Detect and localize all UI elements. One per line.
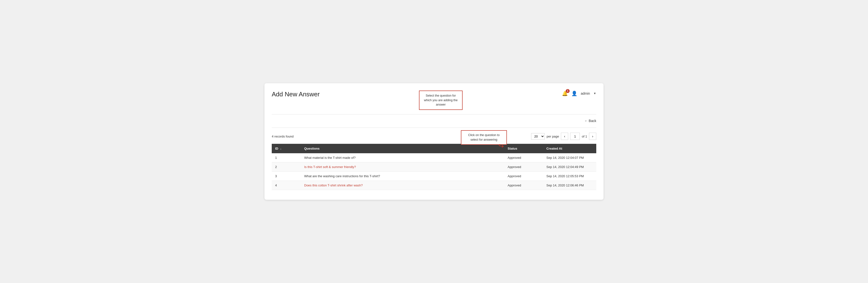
- tooltip-select-question: Select the question for which you are ad…: [419, 91, 463, 110]
- back-row: ← Back: [272, 119, 596, 123]
- question-link[interactable]: Is this T-shirt soft & summer friendly?: [304, 165, 356, 169]
- col-header-status: Status: [504, 144, 543, 153]
- records-found-label: 4 records found: [272, 135, 293, 138]
- cell-id: 3: [272, 171, 301, 181]
- cell-status: Approved: [504, 162, 543, 171]
- table-row[interactable]: 1What material is the T-shirt made of?Ap…: [272, 153, 596, 162]
- col-header-questions: Questions: [301, 144, 504, 153]
- cell-question[interactable]: What are the washing care instructions f…: [301, 171, 504, 181]
- header-right: 🔔 1 👤 admin ▼: [562, 91, 596, 96]
- cell-question[interactable]: Does this cotton T-shirt shrink after wa…: [301, 181, 504, 190]
- table-row[interactable]: 4Does this cotton T-shirt shrink after w…: [272, 181, 596, 190]
- cell-status: Approved: [504, 171, 543, 181]
- cell-created-at: Sep 14, 2020 12:06:46 PM: [543, 181, 596, 190]
- cell-status: Approved: [504, 181, 543, 190]
- col-header-created-at: Created At: [543, 144, 596, 153]
- next-page-button[interactable]: ›: [589, 133, 596, 140]
- cell-status: Approved: [504, 153, 543, 162]
- back-button[interactable]: ← Back: [584, 119, 596, 123]
- header-row: Add New Answer Select the question for w…: [272, 91, 596, 110]
- toolbar-right: Click on the question to select for answ…: [531, 133, 596, 140]
- table-header-row: ID ↓ Questions Status Created At: [272, 144, 596, 153]
- page-number-input[interactable]: [570, 133, 580, 140]
- col-header-id: ID ↓: [272, 144, 301, 153]
- notification-wrapper[interactable]: 🔔 1: [562, 91, 568, 96]
- table-body: 1What material is the T-shirt made of?Ap…: [272, 153, 596, 190]
- main-card: Add New Answer Select the question for w…: [265, 83, 603, 200]
- page-title: Add New Answer: [272, 91, 320, 98]
- cell-created-at: Sep 14, 2020 12:04:07 PM: [543, 153, 596, 162]
- admin-label: admin: [581, 92, 590, 95]
- tooltip-click-question: Click on the question to select for answ…: [461, 130, 507, 145]
- tooltip2-wrapper: Click on the question to select for answ…: [461, 130, 507, 145]
- table-row[interactable]: 2Is this T-shirt soft & summer friendly?…: [272, 162, 596, 171]
- cell-question[interactable]: What material is the T-shirt made of?: [301, 153, 504, 162]
- cell-id: 4: [272, 181, 301, 190]
- user-icon: 👤: [571, 91, 578, 96]
- notification-badge: 1: [566, 89, 569, 93]
- questions-table: ID ↓ Questions Status Created At 1What m…: [272, 144, 596, 190]
- sort-icon-id[interactable]: ↓: [280, 147, 282, 150]
- toolbar-row: 4 records found Click on the question to…: [272, 133, 596, 140]
- header-divider: [272, 114, 596, 115]
- per-page-label: per page: [547, 135, 559, 138]
- of-label: of 1: [582, 135, 587, 138]
- question-link[interactable]: Does this cotton T-shirt shrink after wa…: [304, 184, 363, 187]
- admin-dropdown-arrow[interactable]: ▼: [593, 92, 596, 95]
- cell-question[interactable]: Is this T-shirt soft & summer friendly?: [301, 162, 504, 171]
- cell-created-at: Sep 14, 2020 12:05:53 PM: [543, 171, 596, 181]
- cell-id: 2: [272, 162, 301, 171]
- cell-id: 1: [272, 153, 301, 162]
- table-row[interactable]: 3What are the washing care instructions …: [272, 171, 596, 181]
- prev-page-button[interactable]: ‹: [561, 133, 568, 140]
- cell-created-at: Sep 14, 2020 12:04:49 PM: [543, 162, 596, 171]
- per-page-select[interactable]: 20 50 100: [531, 133, 545, 140]
